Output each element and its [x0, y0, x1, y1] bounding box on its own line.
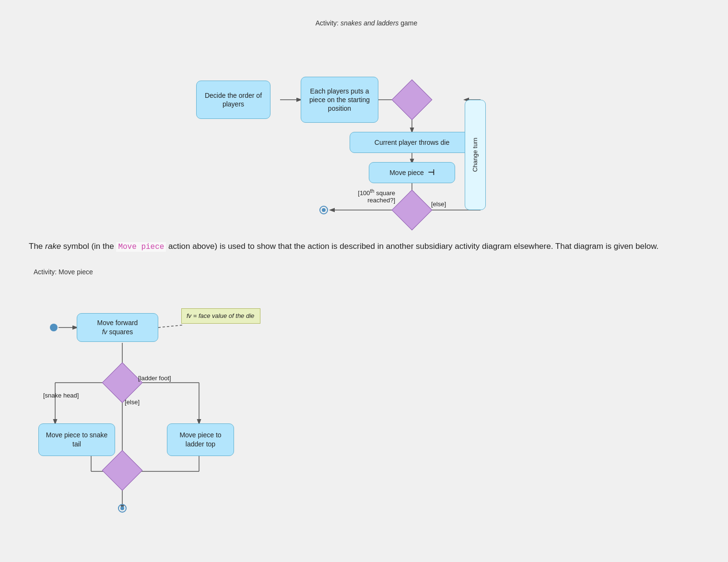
- diagram1-title: Activity: snakes and ladders game: [29, 19, 699, 27]
- svg-line-21: [158, 325, 182, 328]
- move-forward-box: Move forwardfv squares: [77, 313, 158, 342]
- ladder-foot-label: [ladder foot]: [138, 375, 171, 382]
- rake-icon: ⊣: [428, 168, 434, 178]
- change-turn-box: Change turn: [465, 100, 486, 210]
- top-diamond: [392, 80, 433, 120]
- page: Activity: snakes and ladders game: [10, 10, 718, 543]
- start-circle-2: [50, 324, 58, 331]
- current-player-box: Current player throws die: [350, 132, 474, 153]
- else-label-1: [else]: [431, 200, 446, 208]
- end-circle-1: [319, 206, 328, 214]
- snake-head-label: [snake head]: [43, 392, 79, 399]
- move-ladder-box: Move piece to ladder top: [167, 423, 234, 456]
- move-snake-box: Move piece to snake tail: [38, 423, 115, 456]
- diagram1: Decide the order of players Each players…: [182, 29, 546, 230]
- hundred-square-label: [100th squarereached?]: [318, 188, 395, 204]
- else-label-2: [else]: [125, 398, 140, 406]
- note-box: fv = face value of the die: [181, 308, 260, 324]
- end-circle-2: [118, 504, 127, 513]
- bottom-diamond-2: [102, 450, 143, 491]
- move-piece-box: Move piece ⊣: [369, 162, 455, 183]
- diagram2-title: Activity: Move piece: [29, 268, 699, 276]
- text-paragraph: The rake symbol (in the Move piece actio…: [29, 240, 699, 254]
- decide-box: Decide the order of players: [196, 81, 270, 119]
- bottom-diamond: [392, 190, 433, 231]
- each-player-box: Each players puts a piece on the startin…: [301, 77, 378, 123]
- diagram2: Move forwardfv squares fv = face value o…: [29, 280, 336, 529]
- middle-diamond: [102, 362, 143, 403]
